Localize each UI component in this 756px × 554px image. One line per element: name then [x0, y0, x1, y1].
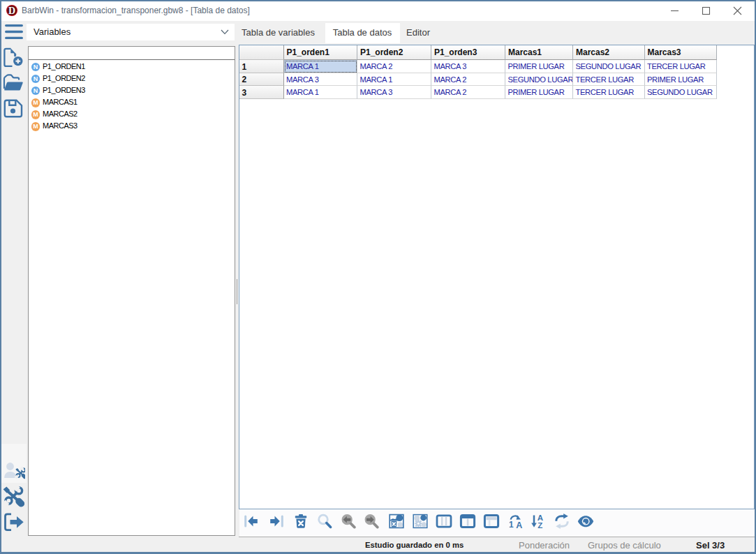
svg-text:Z: Z: [538, 521, 542, 529]
svg-text:A: A: [516, 520, 522, 530]
svg-text:D: D: [8, 6, 15, 16]
svg-text:1: 1: [509, 519, 514, 529]
